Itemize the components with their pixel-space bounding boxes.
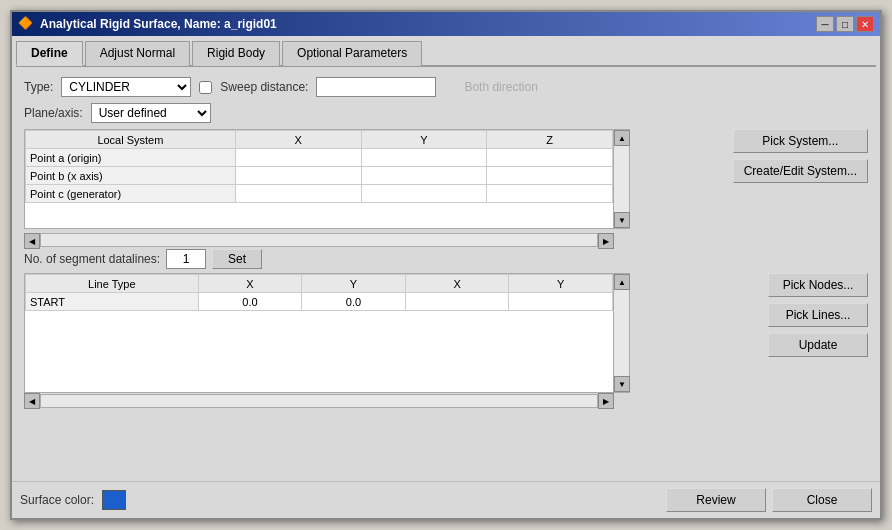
footer-right: Review Close: [666, 488, 872, 512]
row-label-generator: Point c (generator): [26, 185, 236, 203]
data-cell-x1[interactable]: 0.0: [198, 293, 302, 311]
table-row: Point b (x axis): [26, 167, 613, 185]
plane-axis-select[interactable]: User defined XY Plane YZ Plane XZ Plane: [91, 103, 211, 123]
sweep-input[interactable]: [316, 77, 436, 97]
data-col-x2: X: [405, 275, 509, 293]
data-col-x1: X: [198, 275, 302, 293]
data-grid: Line Type X Y X Y: [25, 274, 613, 311]
upper-table-wrap: Local System X Y Z Point a (origin): [24, 129, 725, 233]
col-z: Z: [487, 131, 613, 149]
sweep-label: Sweep distance:: [220, 80, 308, 94]
type-label: Type:: [24, 80, 53, 94]
col-y: Y: [361, 131, 487, 149]
cell-b-y[interactable]: [361, 167, 487, 185]
scroll-up-arrow[interactable]: ▲: [614, 130, 630, 146]
surface-color-label: Surface color:: [20, 493, 94, 507]
data-table-with-scroll: Line Type X Y X Y: [24, 273, 760, 393]
title-bar-left: 🔶 Analytical Rigid Surface, Name: a_rigi…: [18, 16, 277, 32]
update-button[interactable]: Update: [768, 333, 868, 357]
window-title: Analytical Rigid Surface, Name: a_rigid0…: [40, 17, 277, 31]
lower-side-buttons: Pick Nodes... Pick Lines... Update: [768, 273, 868, 409]
data-col-y1: Y: [302, 275, 406, 293]
data-left-panel: Line Type X Y X Y: [24, 273, 760, 409]
data-scroll-down[interactable]: ▼: [614, 376, 630, 392]
segment-label: No. of segment datalines:: [24, 252, 160, 266]
local-system-table[interactable]: Local System X Y Z Point a (origin): [24, 129, 614, 229]
row-label-xaxis: Point b (x axis): [26, 167, 236, 185]
type-select[interactable]: CYLINDER REVOLUTION EXTRUSION: [61, 77, 191, 97]
cell-c-y[interactable]: [361, 185, 487, 203]
plane-axis-label: Plane/axis:: [24, 106, 83, 120]
data-col-y2: Y: [509, 275, 613, 293]
color-picker[interactable]: [102, 490, 126, 510]
table-row: START 0.0 0.0: [26, 293, 613, 311]
upper-table-scrollbar[interactable]: ▲ ▼: [614, 129, 630, 229]
data-scroll-right[interactable]: ▶: [598, 393, 614, 409]
data-scroll-track[interactable]: [614, 290, 629, 376]
table-row: Point a (origin): [26, 149, 613, 167]
scroll-left-arrow[interactable]: ◀: [24, 233, 40, 249]
both-direction-label: Both direction: [464, 80, 537, 94]
scroll-h-track[interactable]: [40, 233, 598, 247]
cell-a-y[interactable]: [361, 149, 487, 167]
col-x: X: [235, 131, 361, 149]
segment-row: No. of segment datalines: 1 Set: [24, 249, 868, 269]
footer-left: Surface color:: [20, 490, 126, 510]
data-v-scrollbar[interactable]: ▲ ▼: [614, 273, 630, 393]
segment-count-input[interactable]: 1: [166, 249, 206, 269]
data-scroll-area[interactable]: Line Type X Y X Y: [25, 274, 613, 392]
upper-panel: Local System X Y Z Point a (origin): [24, 129, 868, 249]
data-table-container[interactable]: Line Type X Y X Y: [24, 273, 614, 393]
data-cell-y1[interactable]: 0.0: [302, 293, 406, 311]
data-scroll-left[interactable]: ◀: [24, 393, 40, 409]
tab-adjust-normal[interactable]: Adjust Normal: [85, 41, 190, 66]
main-window: 🔶 Analytical Rigid Surface, Name: a_rigi…: [10, 10, 882, 520]
plane-axis-row: Plane/axis: User defined XY Plane YZ Pla…: [24, 103, 868, 123]
footer-close-button[interactable]: Close: [772, 488, 872, 512]
upper-side-buttons: Pick System... Create/Edit System...: [733, 129, 868, 249]
data-h-scroll[interactable]: ◀ ▶: [24, 393, 614, 409]
tab-bar: Define Adjust Normal Rigid Body Optional…: [16, 40, 876, 67]
local-system-grid: Local System X Y Z Point a (origin): [25, 130, 613, 203]
cell-a-x[interactable]: [235, 149, 361, 167]
tab-rigid-body[interactable]: Rigid Body: [192, 41, 280, 66]
scroll-track[interactable]: [614, 146, 629, 212]
upper-h-scroll[interactable]: ◀ ▶: [24, 233, 614, 249]
cell-a-z[interactable]: [487, 149, 613, 167]
tab-define[interactable]: Define: [16, 41, 83, 66]
sweep-checkbox[interactable]: [199, 81, 212, 94]
col-local-system: Local System: [26, 131, 236, 149]
data-cell-y2[interactable]: [509, 293, 613, 311]
scroll-down-arrow[interactable]: ▼: [614, 212, 630, 228]
pick-system-button[interactable]: Pick System...: [733, 129, 868, 153]
type-row: Type: CYLINDER REVOLUTION EXTRUSION Swee…: [24, 77, 868, 97]
title-bar-buttons: ─ □ ✕: [816, 16, 874, 32]
pick-lines-button[interactable]: Pick Lines...: [768, 303, 868, 327]
footer: Surface color: Review Close: [12, 481, 880, 518]
data-cell-x2[interactable]: [405, 293, 509, 311]
table-row: Point c (generator): [26, 185, 613, 203]
cell-c-z[interactable]: [487, 185, 613, 203]
main-panel: Type: CYLINDER REVOLUTION EXTRUSION Swee…: [16, 73, 876, 477]
scroll-right-arrow[interactable]: ▶: [598, 233, 614, 249]
title-bar: 🔶 Analytical Rigid Surface, Name: a_rigi…: [12, 12, 880, 36]
row-label-origin: Point a (origin): [26, 149, 236, 167]
data-cell-linetype: START: [26, 293, 199, 311]
tab-optional-parameters[interactable]: Optional Parameters: [282, 41, 422, 66]
cell-b-z[interactable]: [487, 167, 613, 185]
set-button[interactable]: Set: [212, 249, 262, 269]
data-col-linetype: Line Type: [26, 275, 199, 293]
review-button[interactable]: Review: [666, 488, 766, 512]
pick-nodes-button[interactable]: Pick Nodes...: [768, 273, 868, 297]
data-panel: Line Type X Y X Y: [24, 273, 868, 409]
cell-b-x[interactable]: [235, 167, 361, 185]
create-edit-system-button[interactable]: Create/Edit System...: [733, 159, 868, 183]
left-panel: Local System X Y Z Point a (origin): [24, 129, 725, 249]
cell-c-x[interactable]: [235, 185, 361, 203]
minimize-button[interactable]: ─: [816, 16, 834, 32]
app-icon: 🔶: [18, 16, 34, 32]
data-scroll-h-track[interactable]: [40, 394, 598, 408]
close-button[interactable]: ✕: [856, 16, 874, 32]
maximize-button[interactable]: □: [836, 16, 854, 32]
data-scroll-up[interactable]: ▲: [614, 274, 630, 290]
